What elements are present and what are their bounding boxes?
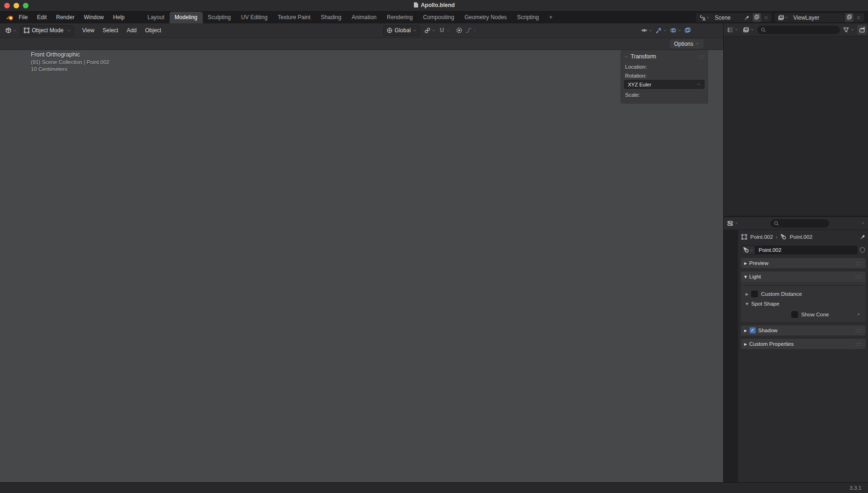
menu-edit[interactable]: Edit	[32, 12, 51, 23]
right-column: Point.002 › Point.002 ▸Preview::::	[723, 23, 868, 482]
editor-type-button[interactable]	[4, 26, 18, 36]
gizarrow-icon	[655, 27, 662, 34]
viewport-overlay-text: Front Orthographic (91) Scene Collection…	[31, 51, 109, 72]
outliner-display-mode-dropdown[interactable]	[726, 25, 740, 35]
chev-icon	[749, 248, 754, 252]
outliner-filter-id-dropdown[interactable]	[741, 25, 756, 35]
grid-scale-text: 10 Centimeters	[31, 66, 109, 72]
viewport-menu-object[interactable]: Object	[141, 27, 166, 34]
chev-icon	[861, 221, 865, 225]
snap-target-dropdown[interactable]	[423, 26, 437, 36]
viewlayer-icon[interactable]	[776, 13, 791, 22]
status-bar: 3.3.1	[0, 482, 868, 493]
version-label: 3.3.1	[849, 483, 861, 493]
workspace-tab-texture-paint[interactable]: Texture Paint	[273, 12, 316, 23]
chev-icon	[734, 28, 739, 32]
toggle-xray-button[interactable]	[683, 26, 692, 36]
active-object-text: (91) Scene Collection | Point.002	[31, 59, 109, 65]
proportional-editing-toggle[interactable]	[455, 26, 464, 36]
new-scene-button[interactable]	[753, 13, 761, 22]
location-label: Location:	[625, 64, 704, 70]
transform-panel-header[interactable]: Transform::::	[624, 52, 704, 61]
custom-distance-header[interactable]: ▸ Custom Distance	[743, 289, 864, 299]
spot-shape-header[interactable]: ▾ Spot Shape	[743, 299, 864, 308]
window-title: Apollo.blend	[0, 2, 868, 9]
tool-settings-bar: Options	[0, 38, 723, 50]
outliner-header	[724, 23, 868, 36]
lt-spot-icon	[743, 247, 749, 253]
outliner	[724, 36, 868, 217]
data-name-input[interactable]	[755, 246, 857, 254]
xmark-icon	[856, 15, 861, 20]
properties-options-dropdown[interactable]	[860, 218, 867, 228]
proportional-falloff-dropdown[interactable]	[464, 26, 478, 36]
workspace-tab-layout[interactable]: Layout	[142, 12, 170, 23]
light-id-dropdown[interactable]	[741, 245, 755, 255]
properties-search-input[interactable]	[770, 219, 829, 228]
pin-icon	[860, 234, 866, 240]
mag-icon	[774, 221, 779, 226]
pin-icon[interactable]	[742, 13, 752, 22]
viewlayer-name[interactable]: ViewLayer	[791, 13, 845, 22]
chev-icon	[663, 29, 667, 33]
menu-help[interactable]: Help	[108, 12, 129, 23]
custom-properties-panel: ▸Custom Properties::::	[741, 339, 866, 349]
workspace-tab-geometry-nodes[interactable]: Geometry Nodes	[459, 12, 512, 23]
show-overlays-dropdown[interactable]	[669, 26, 683, 36]
workspace-tab-shading[interactable]: Shading	[316, 12, 347, 23]
viewlayer-selector[interactable]: ViewLayer	[775, 13, 864, 22]
menu-window[interactable]: Window	[79, 12, 108, 23]
outliner-filter-dropdown[interactable]	[841, 25, 856, 35]
main-menus: FileEditRenderWindowHelp	[14, 12, 129, 23]
viewport-menu-add[interactable]: Add	[122, 27, 141, 34]
tree-icon	[727, 27, 733, 33]
workspace-tab-sculpting[interactable]: Sculpting	[203, 12, 236, 23]
scene-icon[interactable]	[697, 13, 712, 22]
shadow-panel-header[interactable]: ▸ ✓ Shadow::::	[741, 325, 866, 336]
properties-editor-type-button[interactable]	[726, 218, 740, 228]
scale-label: Scale:	[625, 92, 704, 98]
viewport-menu-view[interactable]: View	[78, 27, 99, 34]
mode-dropdown[interactable]: Object Mode	[20, 25, 74, 36]
preview-panel-header[interactable]: ▸Preview::::	[741, 258, 866, 268]
snapto-icon	[424, 27, 431, 34]
snap-toggle[interactable]	[437, 26, 452, 36]
breadcrumb-object[interactable]: Point.002	[750, 234, 773, 240]
workspace-tab-compositing[interactable]: Compositing	[418, 12, 459, 23]
scene-selector[interactable]: Scene	[696, 13, 772, 22]
rotation-mode-dropdown[interactable]: XYZ Euler	[624, 80, 704, 89]
workspace-tab-modeling[interactable]: Modeling	[170, 12, 203, 23]
blender-window: Apollo.blend FileEditRenderWindowHelp La…	[0, 0, 868, 493]
outliner-search-input[interactable]	[757, 26, 840, 34]
transform-orientation-dropdown[interactable]: Global	[383, 25, 420, 36]
propdot-icon	[456, 27, 462, 34]
shadow-checkbox[interactable]: ✓	[749, 327, 756, 334]
pin-icon	[744, 15, 750, 21]
workspace-tab-scripting[interactable]: Scripting	[512, 12, 544, 23]
workspace-tab-uv-editing[interactable]: UV Editing	[236, 12, 273, 23]
scene-name[interactable]: Scene	[712, 13, 742, 22]
menu-file[interactable]: File	[14, 12, 32, 23]
show-cone-checkbox[interactable]	[791, 311, 798, 318]
workspace-tab-animation[interactable]: Animation	[347, 12, 382, 23]
new-viewlayer-button[interactable]	[845, 13, 854, 22]
blender-logo-icon[interactable]	[7, 14, 14, 21]
chev-icon	[784, 15, 789, 20]
show-gizmos-dropdown[interactable]	[654, 26, 669, 36]
chev-icon	[13, 29, 17, 33]
fake-user-shield-icon[interactable]	[859, 247, 866, 253]
chev-icon	[750, 28, 754, 32]
viewport-menu-select[interactable]: Select	[99, 27, 122, 34]
object-visibility-dropdown[interactable]	[640, 26, 654, 36]
new-collection-button[interactable]	[857, 25, 867, 35]
custom-properties-header[interactable]: ▸Custom Properties::::	[741, 339, 866, 349]
chev-icon	[697, 82, 701, 86]
breadcrumb-data[interactable]: Point.002	[790, 234, 812, 240]
custom-distance-checkbox[interactable]	[751, 291, 758, 297]
workspace-tab-rendering[interactable]: Rendering	[382, 12, 418, 23]
properties-tabs	[724, 229, 738, 482]
add-workspace-button[interactable]: +	[544, 12, 558, 23]
menu-render[interactable]: Render	[51, 12, 79, 23]
light-panel-header[interactable]: ▾Light::::	[741, 272, 866, 282]
options-dropdown[interactable]: Options	[670, 39, 704, 49]
